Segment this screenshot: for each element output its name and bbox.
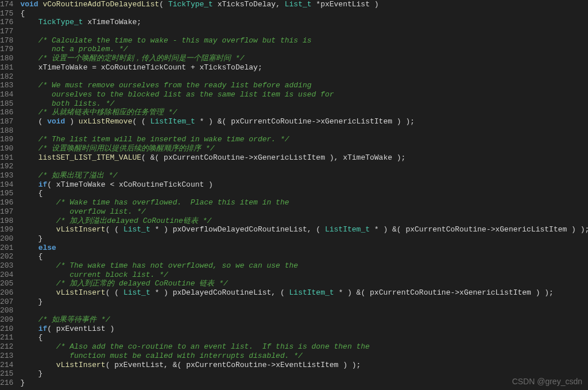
code-line[interactable]: current block list. */ [20, 271, 588, 280]
token-p: * ) [154, 288, 172, 297]
code-line[interactable]: if( pxEventList ) [20, 325, 588, 334]
token-cmt: /* The list item will be inserted in wak… [38, 135, 289, 144]
code-line[interactable]: ourselves to the blocked list as the sam… [20, 90, 588, 99]
code-line[interactable] [20, 126, 588, 136]
code-line[interactable]: { [20, 9, 588, 18]
token-op: * [316, 0, 320, 9]
code-line[interactable]: xTimeToWake = xCoRoutineTickCount + xTic… [20, 63, 588, 72]
token-p: ) ); [567, 225, 588, 234]
token-id: xGenericListItem [320, 117, 392, 126]
code-line[interactable]: function must be called with interrupts … [20, 352, 588, 361]
code-line[interactable]: } [20, 298, 588, 307]
token-cmt: not a problem. */ [20, 45, 127, 53]
token-id: pxCurrentCoRoutine [405, 225, 486, 234]
token-p [20, 225, 56, 234]
token-fn: vListInsert [56, 361, 106, 369]
line-number: 180 [0, 54, 13, 63]
code-area[interactable]: void vCoRoutineAddToDelayedList( TickTyp… [17, 0, 588, 390]
token-p: , ( [307, 225, 325, 234]
code-line[interactable]: { [20, 333, 588, 342]
code-line[interactable]: /* Calculate the time to wake - this may… [20, 36, 588, 45]
code-line[interactable]: } [20, 379, 588, 388]
token-fn: vListInsert [56, 288, 106, 297]
token-id: xTicksToDelay [218, 0, 276, 9]
code-line[interactable]: } [20, 369, 588, 379]
token-p [20, 315, 38, 324]
code-line[interactable]: /* 加入到溢出delayed CoRoutine链表 */ [20, 217, 588, 226]
token-p: ( [106, 361, 115, 369]
line-number: 187 [0, 117, 13, 126]
code-line[interactable]: { [20, 189, 588, 198]
token-id: pxCurrentCoRoutine [370, 288, 450, 297]
token-p: ( [154, 153, 164, 162]
token-p: ) [106, 325, 115, 333]
token-cmt: /* Calculate the time to wake - this may… [38, 36, 312, 45]
token-p: * ) [154, 225, 172, 234]
token-p [20, 18, 38, 26]
code-line[interactable]: both lists. */ [20, 99, 588, 109]
line-number: 199 [0, 225, 13, 234]
line-number: 184 [0, 90, 13, 99]
token-cmt: both lists. */ [20, 99, 114, 108]
code-line[interactable]: void vCoRoutineAddToDelayedList( TickTyp… [20, 0, 588, 9]
line-number: 186 [0, 108, 13, 117]
line-number: 183 [0, 81, 13, 90]
token-id: pxOverflowDelayedCoRoutineList [173, 225, 307, 234]
line-number: 214 [0, 361, 13, 370]
code-line[interactable] [20, 162, 588, 171]
line-number: 177 [0, 27, 13, 36]
token-p: ), [325, 153, 343, 162]
token-p: ) [65, 117, 78, 126]
line-number: 208 [0, 306, 13, 315]
token-p: { [20, 333, 42, 342]
code-line[interactable]: /* 如果出现了溢出 */ [20, 171, 588, 180]
token-cmt: /* 如果等待事件 */ [38, 315, 110, 324]
token-p: ) ); [392, 117, 415, 126]
code-line[interactable] [20, 27, 588, 36]
line-number: 213 [0, 352, 13, 361]
code-line[interactable]: /* Wake time has overflowed. Place this … [20, 198, 588, 207]
line-number: 192 [0, 162, 13, 171]
code-line[interactable] [20, 306, 588, 315]
token-p: ( ( [106, 288, 123, 297]
code-line[interactable]: if( xTimeToWake < xCoRoutineTickCount ) [20, 180, 588, 190]
code-line[interactable]: /* 如果等待事件 */ [20, 315, 588, 325]
token-p: * ) [374, 225, 392, 234]
code-line[interactable]: not a problem. */ [20, 45, 588, 54]
code-editor[interactable]: 1741751761771781791801811821831841851861… [0, 0, 588, 390]
token-fn: vCoRoutineAddToDelayedList [42, 0, 159, 9]
code-line[interactable]: vListInsert( pxEventList, &( pxCurrentCo… [20, 361, 588, 370]
token-p [20, 217, 56, 225]
token-p: ( [47, 180, 56, 189]
token-p [20, 144, 38, 153]
code-line[interactable]: { [20, 252, 588, 261]
token-op: -> [486, 225, 496, 234]
code-line[interactable]: /* The list item will be inserted in wak… [20, 135, 588, 144]
token-p [20, 361, 56, 369]
token-kw: void [20, 0, 42, 9]
code-line[interactable] [20, 72, 588, 82]
code-line[interactable]: /* 设置一个唤醒的定时时刻，传入的时间是一个阻塞时间 */ [20, 54, 588, 63]
code-line[interactable]: /* 从就绪链表中移除相应的任务管理 */ [20, 108, 588, 117]
token-p [20, 54, 38, 63]
token-id: xCoRoutineTickCount [101, 63, 191, 72]
code-line[interactable]: /* 设置唤醒时间用以提供后续的唤醒顺序的排序 */ [20, 144, 588, 153]
code-line[interactable]: vListInsert( ( List_t * ) pxOverflowDela… [20, 225, 588, 234]
code-line[interactable]: /* We must remove ourselves from the rea… [20, 81, 588, 90]
line-number: 189 [0, 135, 13, 144]
token-p [20, 261, 56, 270]
token-p: * ) [200, 117, 218, 126]
token-p: ( ( [106, 225, 123, 234]
code-line[interactable]: ( void ) uxListRemove( ( ListItem_t * ) … [20, 117, 588, 126]
line-number: 202 [0, 252, 13, 261]
code-line[interactable]: TickType_t xTimeToWake; [20, 18, 588, 27]
code-line[interactable]: } [20, 234, 588, 244]
code-line[interactable]: /* 加入到正常的 delayed CoRoutine 链表 */ [20, 279, 588, 288]
line-number: 176 [0, 18, 13, 27]
code-line[interactable]: /* Also add the co-routine to an event l… [20, 342, 588, 352]
code-line[interactable]: vListInsert( ( List_t * ) pxDelayedCoRou… [20, 288, 588, 298]
code-line[interactable]: /* The wake time has not overflowed, so … [20, 261, 588, 271]
code-line[interactable]: overflow list. */ [20, 207, 588, 217]
code-line[interactable]: else [20, 244, 588, 253]
code-line[interactable]: listSET_LIST_ITEM_VALUE( &( pxCurrentCoR… [20, 153, 588, 163]
